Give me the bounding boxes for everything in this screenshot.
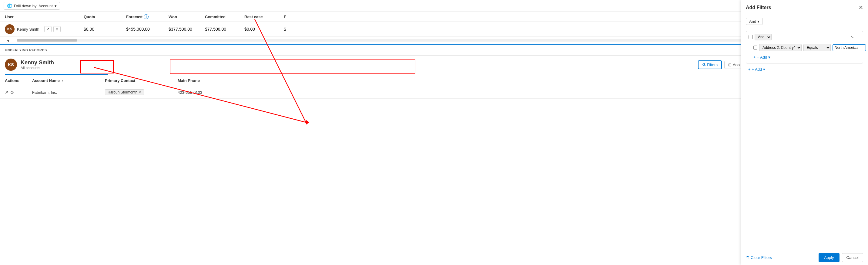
filter-operator-select[interactable]: Equals (803, 44, 831, 51)
filters-button[interactable]: ⚗ Filters (698, 60, 722, 69)
plus-outer-icon: + (748, 67, 751, 72)
forecast-won-cell: $377,500.00 (168, 27, 205, 32)
filter-value-input[interactable] (833, 44, 866, 51)
filter-row-checkbox[interactable] (753, 46, 757, 50)
footer-buttons: Apply Cancel (818, 253, 863, 262)
col-quota-header: Quota (84, 15, 126, 19)
clear-filter-icon: ⚗ (746, 255, 749, 260)
forecast-forecast-cell: $455,000.00 (126, 27, 168, 32)
scroll-nav: ◂ ▸ (0, 37, 868, 44)
forecast-user-cell: KS Kenny Smith ↗ ⊕ (5, 24, 84, 34)
col-contact-header: Primary Contact (105, 78, 178, 83)
panel-title: Add Filters (746, 5, 771, 10)
col-account-header: Account Name ↑ (32, 78, 105, 83)
and-badge-btn[interactable]: And ▾ (746, 18, 763, 25)
and-badge-chevron: ▾ (757, 19, 760, 24)
apply-button[interactable]: Apply (818, 253, 839, 262)
drill-down-label: Drill down by: Account (14, 4, 53, 8)
scroll-left-btn[interactable]: ◂ (5, 37, 10, 44)
ks-avatar: KS (5, 59, 17, 71)
filter-group-checkbox[interactable] (748, 35, 753, 39)
contact-name: Haroun Stormonth (107, 90, 137, 95)
share-icon-btn[interactable]: ↗ (44, 26, 52, 32)
forecast-table-header: User Quota Forecast i Won Committed Best… (0, 12, 868, 22)
plus-icon: + (753, 55, 756, 59)
row-nav-btn[interactable]: ⊙ (10, 90, 14, 95)
add-outer-btn[interactable]: + + Add ▾ (746, 66, 768, 73)
drill-down-button[interactable]: 🌐 Drill down by: Account ▾ (4, 2, 60, 10)
cancel-button[interactable]: Cancel (842, 253, 863, 262)
and-badge-label: And (749, 19, 756, 24)
col-forecast-header: Forecast i (126, 14, 168, 19)
row-account-cell: Fabrikam, Inc. (32, 90, 105, 95)
underlying-records-section: UNDERLYING RECORDS ⊡ Show as Kanban ⤢ Ex… (0, 44, 868, 99)
row-phone-cell: 423-555-0103 (178, 90, 238, 95)
add-contact-icon-btn[interactable]: ⊕ (53, 26, 61, 32)
add-outer-chevron: ▾ (763, 67, 765, 72)
forecast-committed-cell: $77,500.00 (205, 27, 244, 32)
filter-group-actions: ⤡ ⋯ (851, 35, 861, 39)
row-open-btn[interactable]: ↗ (5, 90, 8, 95)
contact-remove-icon[interactable]: ✕ (138, 90, 141, 95)
user-name: Kenny Smith (17, 27, 39, 32)
forecast-info-icon[interactable]: i (144, 14, 149, 19)
filter-group-and-select[interactable]: And (754, 34, 772, 41)
row-contact-cell: Haroun Stormonth ✕ (105, 89, 178, 95)
filter-icon: ⚗ (702, 62, 706, 67)
scroll-thumb (17, 39, 77, 42)
panel-footer: ⚗ Clear Filters Apply Cancel (741, 250, 868, 265)
filter-field-select[interactable]: Address 2: Country/Reg... (759, 44, 802, 51)
records-table-header: Actions Account Name ↑ Primary Contact M… (0, 75, 868, 86)
forecast-bestcase-cell: $0.00 (244, 27, 284, 32)
col-phone-header: Main Phone (178, 78, 238, 83)
panel-body: And ▾ And ⤡ ⋯ (741, 14, 868, 250)
clear-filters-btn[interactable]: ⚗ Clear Filters (746, 255, 772, 260)
table-icon: ⊞ (728, 62, 732, 67)
filter-group-and-row: And (748, 34, 772, 41)
ks-info: Kenny Smith All accounts (21, 59, 694, 70)
forecast-f-cell: $ (284, 27, 302, 32)
row-action-icons: ↗ ⊕ (44, 26, 61, 32)
underlying-records-label: UNDERLYING RECORDS (5, 48, 47, 52)
col-won-header: Won (168, 15, 205, 19)
chevron-down-icon: ▾ (55, 4, 57, 8)
col-actions-header: Actions (5, 78, 32, 83)
filter-panel: Add Filters ✕ And ▾ And (741, 0, 868, 265)
forecast-quota-cell: $0.00 (84, 27, 126, 32)
filter-group: And ⤡ ⋯ Address 2: Country/Reg... (746, 31, 863, 63)
contact-tag: Haroun Stormonth ✕ (105, 89, 144, 95)
filter-group-header: And ⤡ ⋯ (748, 34, 861, 41)
col-committed-header: Committed (205, 15, 244, 19)
forecast-row: KS Kenny Smith ↗ ⊕ $0.00 $455,000.00 $37… (0, 22, 868, 37)
filter-row: Address 2: Country/Reg... Equals ✕ (748, 43, 861, 53)
sort-asc-icon: ↑ (62, 79, 63, 83)
underlying-header: UNDERLYING RECORDS ⊡ Show as Kanban ⤢ Ex… (0, 45, 868, 56)
add-row-chevron: ▾ (768, 55, 770, 59)
panel-header: Add Filters ✕ (741, 0, 868, 14)
add-row-btn[interactable]: + + Add ▾ (748, 54, 773, 61)
globe-icon: 🌐 (7, 3, 12, 8)
col-f-header: F (284, 15, 302, 19)
table-row: ↗ ⊙ Fabrikam, Inc. Haroun Stormonth ✕ 42… (0, 86, 868, 99)
panel-close-btn[interactable]: ✕ (859, 4, 863, 11)
top-bar: 🌐 Drill down by: Account ▾ (0, 0, 868, 12)
ks-sub: All accounts (21, 66, 694, 70)
scroll-bar[interactable] (17, 39, 851, 42)
filter-group-expand-icon[interactable]: ⤡ (851, 35, 854, 39)
col-bestcase-header: Best case (244, 15, 284, 19)
filter-group-more-icon[interactable]: ⋯ (856, 35, 861, 39)
ks-row: KS Kenny Smith All accounts ⚗ Filters ⊞ … (0, 56, 868, 74)
row-actions-cell: ↗ ⊙ (5, 90, 32, 95)
avatar: KS (5, 24, 14, 34)
and-badge-container: And ▾ (746, 18, 863, 28)
col-user-header: User (5, 15, 84, 19)
ks-name: Kenny Smith (21, 59, 694, 66)
